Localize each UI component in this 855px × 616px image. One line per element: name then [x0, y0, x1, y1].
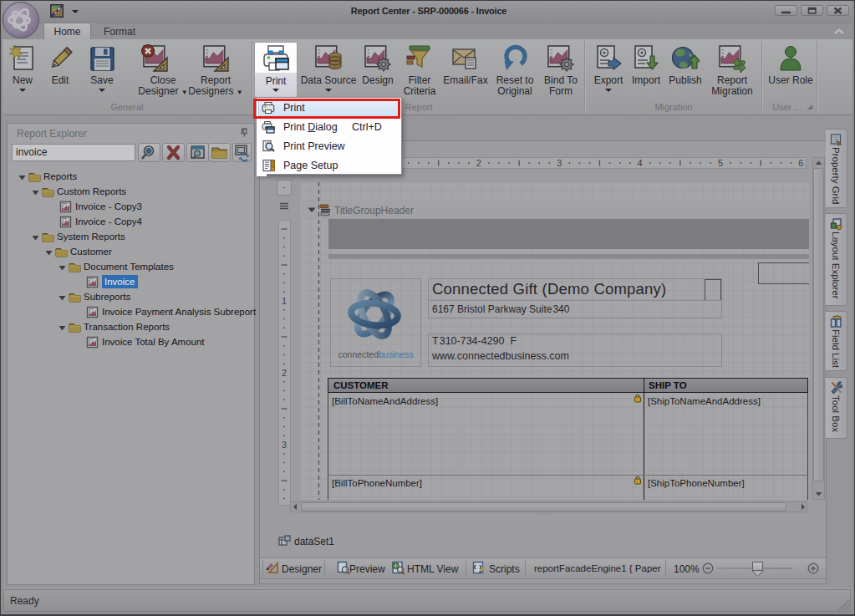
svg-text:2: 2 — [476, 158, 481, 168]
svg-text:5: 5 — [718, 158, 723, 168]
svg-text:3: 3 — [557, 158, 562, 168]
svg-text:3: 3 — [282, 440, 287, 450]
svg-text:1: 1 — [282, 296, 287, 306]
svg-text:2: 2 — [282, 368, 287, 378]
svg-text:4: 4 — [638, 158, 643, 168]
svg-text:6: 6 — [798, 158, 803, 168]
